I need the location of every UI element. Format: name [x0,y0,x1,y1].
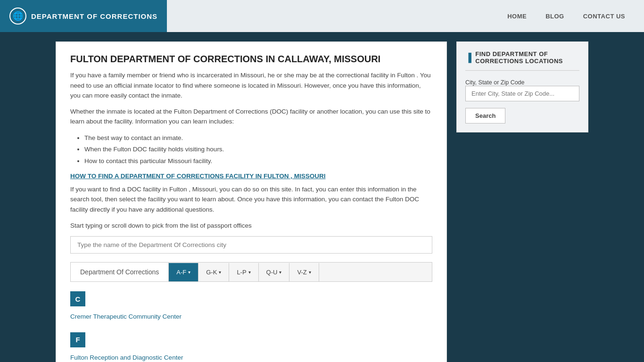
field-label: City, State or Zip Code [465,79,525,86]
scroll-label: Start typing or scroll down to pick from… [70,221,432,231]
how-to-title[interactable]: HOW TO FIND A DEPARTMENT OF CORRECTIONS … [70,173,432,180]
city-search-input[interactable] [70,236,432,254]
chevron-down-icon: ▾ [279,270,281,275]
tab-af[interactable]: A-F ▾ [169,263,198,281]
chevron-down-icon: ▾ [219,270,221,275]
intro-paragraph-2: Whether the inmate is located at the Ful… [70,107,432,127]
facility-link-fulton[interactable]: Fulton Reception and Diagnostic Center [70,352,432,362]
nav-home[interactable]: HOME [507,13,527,20]
bullet-list: The best way to contact an inmate. When … [84,132,432,167]
widget-title: ▐ FIND DEPARTMENT OF CORRECTIONS LOCATIO… [465,50,579,71]
intro-paragraph-1: If you have a family member or friend wh… [70,70,432,101]
sidebar-widget: ▐ FIND DEPARTMENT OF CORRECTIONS LOCATIO… [456,41,588,132]
sidebar: ▐ FIND DEPARTMENT OF CORRECTIONS LOCATIO… [456,41,588,362]
chevron-down-icon: ▾ [188,270,190,275]
tabs-container: Department Of Corrections A-F ▾ G-K ▾ L-… [70,262,432,282]
facility-link-cremer[interactable]: Cremer Therapeutic Community Center [70,311,432,322]
tab-lp[interactable]: L-P ▾ [229,263,258,281]
bullet-item-3: How to contact this particular Missouri … [84,156,432,167]
nav-contact[interactable]: CONTACT US [583,13,625,20]
tabs-label: Department Of Corrections [71,263,169,281]
chevron-down-icon: ▾ [248,270,251,275]
how-to-paragraph: If you want to find a DOC facility in Fu… [70,184,432,215]
letter-badge-f: F [70,332,85,347]
bullet-item-1: The best way to contact an inmate. [84,132,432,144]
tab-qu[interactable]: Q-U ▾ [259,263,290,281]
letter-section-f: F Fulton Reception and Diagnostic Center [70,332,432,362]
header: 🌐 DEPARTMENT OF CORRECTIONS HOME BLOG CO… [0,0,644,32]
nav-blog[interactable]: BLOG [545,13,564,20]
bar-chart-icon: ▐ [465,53,471,63]
header-nav: HOME BLOG CONTACT US [167,0,644,32]
search-button[interactable]: Search [465,108,505,123]
zip-input[interactable] [465,86,579,101]
tab-gk[interactable]: G-K ▾ [198,263,229,281]
chevron-down-icon: ▾ [309,270,311,275]
header-logo: 🌐 DEPARTMENT OF CORRECTIONS [0,0,167,32]
content-area: FULTON DEPARTMENT OF CORRECTIONS IN CALL… [56,41,447,362]
letter-section-c: C Cremer Therapeutic Community Center [70,291,432,322]
tab-vz[interactable]: V-Z ▾ [289,263,319,281]
main-container: FULTON DEPARTMENT OF CORRECTIONS IN CALL… [51,41,593,362]
page-title: FULTON DEPARTMENT OF CORRECTIONS IN CALL… [70,54,432,65]
logo-text: DEPARTMENT OF CORRECTIONS [31,12,157,20]
bullet-item-2: When the Fulton DOC facility holds visit… [84,144,432,155]
letter-badge-c: C [70,291,85,306]
globe-icon: 🌐 [9,8,26,25]
